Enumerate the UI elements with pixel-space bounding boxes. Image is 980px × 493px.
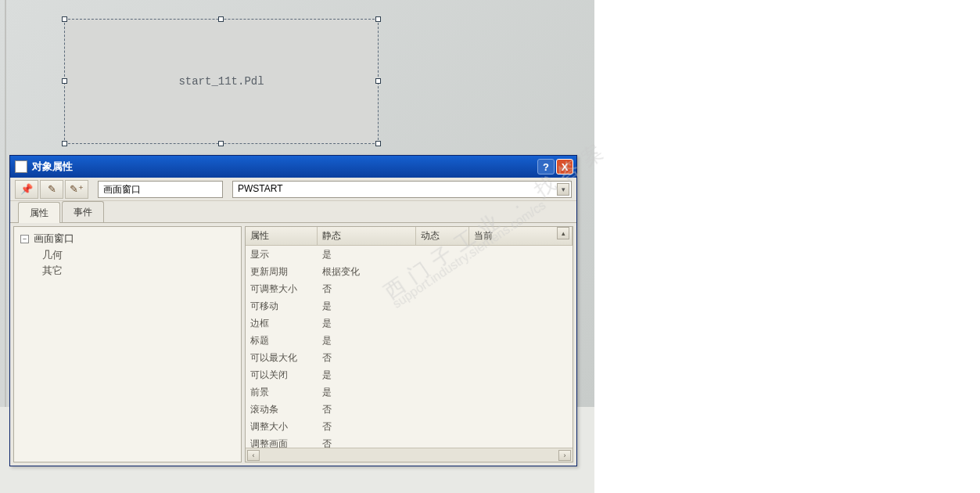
chevron-down-icon[interactable]: ▾ [557, 183, 569, 196]
property-row[interactable]: 标题是 [246, 332, 573, 349]
scroll-up-button[interactable]: ▴ [557, 227, 569, 239]
h-scrollbar[interactable]: ‹ › [246, 448, 573, 462]
cell-dynamic[interactable] [416, 418, 469, 435]
cell-current [469, 435, 573, 448]
cell-attribute: 更新周期 [246, 263, 318, 280]
cell-static[interactable]: 根据变化 [318, 263, 416, 280]
cell-static[interactable]: 是 [318, 297, 416, 315]
cell-attribute: 滚动条 [246, 401, 318, 418]
cell-dynamic[interactable] [416, 332, 469, 349]
pin-button[interactable]: 📌 [15, 180, 38, 199]
cell-current [469, 297, 573, 315]
cell-current [469, 366, 573, 383]
cell-dynamic[interactable] [416, 383, 469, 401]
property-row[interactable]: 可以最大化否 [246, 349, 573, 366]
cell-static[interactable]: 是 [318, 332, 416, 349]
dialog-toolbar: 📌 ✎ ✎⁺ 画面窗口 PWSTART ▾ [10, 178, 576, 201]
cell-dynamic[interactable] [416, 315, 469, 332]
tree-node-other[interactable]: 其它 [42, 263, 235, 279]
dialog-title: 对象属性 [32, 160, 536, 174]
cell-attribute: 可以关闭 [246, 366, 318, 383]
resize-handle-nw[interactable] [62, 16, 67, 22]
property-grid-pane: 属性 静态 动态 当前 ▴ 显示是更新周期根据变化可调整大小否可移动是边框是标题… [245, 226, 573, 462]
cell-static[interactable]: 否 [318, 435, 416, 448]
property-row[interactable]: 滚动条否 [246, 401, 573, 418]
cell-attribute: 可以最大化 [246, 349, 318, 366]
cell-current [469, 383, 573, 401]
cell-dynamic[interactable] [416, 401, 469, 418]
scroll-right-button[interactable]: › [558, 450, 571, 461]
grid-body: 显示是更新周期根据变化可调整大小否可移动是边框是标题是可以最大化否可以关闭是前景… [246, 246, 573, 448]
cell-attribute: 显示 [246, 246, 318, 263]
object-name-value: PWSTART [238, 183, 283, 194]
tree-root[interactable]: − 画面窗口 [20, 232, 235, 246]
object-properties-dialog: 对象属性 ? X 📌 ✎ ✎⁺ 画面窗口 PWSTART ▾ 属性 事件 − 画… [9, 155, 577, 466]
pipette-button[interactable]: ✎ [40, 180, 63, 199]
property-row[interactable]: 可移动是 [246, 297, 573, 315]
property-row[interactable]: 边框是 [246, 315, 573, 332]
cell-current [469, 280, 573, 297]
resize-handle-s[interactable] [218, 141, 224, 146]
resize-handle-se[interactable] [375, 141, 381, 146]
v-rule [5, 0, 6, 407]
resize-handle-w[interactable] [62, 78, 67, 84]
resize-handle-n[interactable] [218, 16, 224, 22]
dialog-titlebar[interactable]: 对象属性 ? X [10, 156, 576, 178]
tab-events[interactable]: 事件 [62, 201, 104, 222]
grid-header: 属性 静态 动态 当前 ▴ [246, 227, 573, 246]
cell-current [469, 263, 573, 280]
col-attribute[interactable]: 属性 [246, 227, 318, 245]
cell-dynamic[interactable] [416, 349, 469, 366]
cell-dynamic[interactable] [416, 297, 469, 315]
tab-bar: 属性 事件 [10, 201, 576, 223]
cell-dynamic[interactable] [416, 246, 469, 263]
cell-attribute: 调整大小 [246, 418, 318, 435]
cell-static[interactable]: 否 [318, 418, 416, 435]
close-button[interactable]: X [556, 159, 573, 175]
scroll-left-button[interactable]: ‹ [247, 450, 260, 461]
tree-collapse-icon[interactable]: − [20, 235, 29, 243]
tree-root-label: 画面窗口 [34, 232, 74, 246]
cell-current [469, 315, 573, 332]
cell-static[interactable]: 是 [318, 315, 416, 332]
system-icon [15, 160, 27, 173]
cell-dynamic[interactable] [416, 263, 469, 280]
object-name-field[interactable]: PWSTART ▾ [232, 181, 572, 198]
cell-dynamic[interactable] [416, 280, 469, 297]
col-static[interactable]: 静态 [318, 227, 416, 245]
cell-static[interactable]: 是 [318, 366, 416, 383]
cell-current [469, 349, 573, 366]
property-row[interactable]: 更新周期根据变化 [246, 263, 573, 280]
property-row[interactable]: 调整大小否 [246, 418, 573, 435]
help-button[interactable]: ? [537, 159, 555, 175]
cell-static[interactable]: 否 [318, 280, 416, 297]
property-row[interactable]: 可以关闭是 [246, 366, 573, 383]
cell-current [469, 401, 573, 418]
cell-attribute: 可移动 [246, 297, 318, 315]
cell-static[interactable]: 是 [318, 383, 416, 401]
cell-attribute: 调整画面 [246, 435, 318, 448]
property-row[interactable]: 显示是 [246, 246, 573, 263]
cell-attribute: 可调整大小 [246, 280, 318, 297]
resize-handle-ne[interactable] [375, 16, 381, 22]
cell-static[interactable]: 否 [318, 401, 416, 418]
resize-handle-e[interactable] [375, 78, 381, 84]
object-type-field[interactable]: 画面窗口 [98, 181, 223, 198]
tree-node-geometry[interactable]: 几何 [42, 247, 235, 263]
cell-static[interactable]: 否 [318, 349, 416, 366]
property-row[interactable]: 前景是 [246, 383, 573, 401]
pipette-apply-button[interactable]: ✎⁺ [65, 180, 88, 199]
cell-static[interactable]: 是 [318, 246, 416, 263]
col-dynamic[interactable]: 动态 [416, 227, 469, 245]
cell-dynamic[interactable] [416, 435, 469, 448]
property-row[interactable]: 调整画面否 [246, 435, 573, 448]
resize-handle-sw[interactable] [62, 141, 67, 146]
tab-properties[interactable]: 属性 [18, 202, 60, 223]
picture-window-object[interactable]: start_11t.Pdl [64, 19, 379, 144]
property-row[interactable]: 可调整大小否 [246, 280, 573, 297]
cell-attribute: 标题 [246, 332, 318, 349]
cell-attribute: 边框 [246, 315, 318, 332]
category-tree-pane: − 画面窗口 几何 其它 [13, 226, 242, 462]
category-tree: − 画面窗口 几何 其它 [14, 227, 241, 283]
cell-dynamic[interactable] [416, 366, 469, 383]
